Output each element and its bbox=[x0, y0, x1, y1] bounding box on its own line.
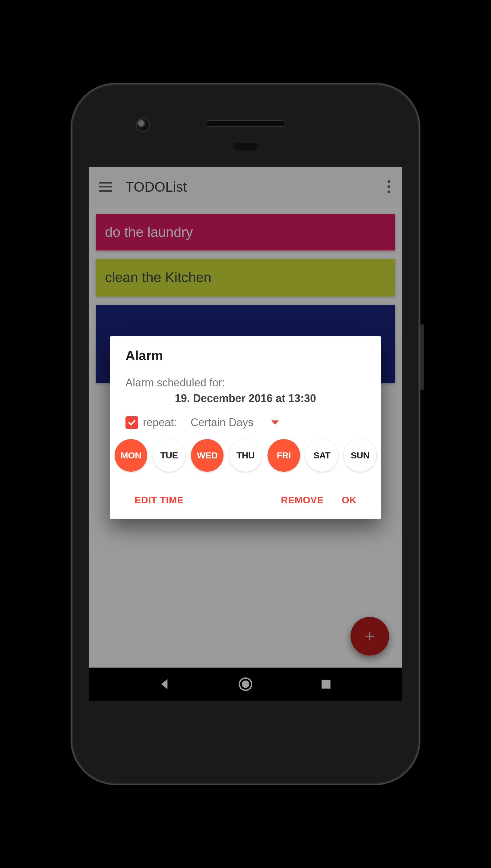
remove-button[interactable]: REMOVE bbox=[272, 489, 333, 512]
dropdown-arrow-icon bbox=[271, 421, 279, 425]
day-toggle-sun[interactable]: SUN bbox=[344, 439, 376, 472]
proximity-sensor bbox=[233, 143, 258, 150]
front-camera bbox=[137, 119, 149, 131]
device-screen: TODOList do the laundry clean the Kitche… bbox=[89, 167, 402, 701]
dialog-title: Alarm bbox=[125, 348, 366, 363]
dialog-actions: EDIT TIME REMOVE OK bbox=[110, 489, 381, 512]
day-toggle-tue[interactable]: TUE bbox=[153, 439, 185, 472]
repeat-row: repeat: Certain Days bbox=[125, 416, 366, 429]
scheduled-for-label: Alarm scheduled for: bbox=[125, 376, 366, 389]
scheduled-datetime: 19. December 2016 at 13:30 bbox=[125, 392, 366, 405]
day-toggle-thu[interactable]: THU bbox=[229, 439, 262, 472]
earpiece-speaker bbox=[206, 121, 285, 126]
dialog-scrim[interactable]: Alarm Alarm scheduled for: 19. December … bbox=[89, 167, 402, 701]
day-toggle-mon[interactable]: MON bbox=[115, 439, 147, 472]
day-toggle-wed[interactable]: WED bbox=[191, 439, 224, 472]
phone-frame: TODOList do the laundry clean the Kitche… bbox=[70, 83, 421, 785]
day-toggle-sat[interactable]: SAT bbox=[306, 439, 338, 472]
day-toggle-fri[interactable]: FRI bbox=[267, 439, 300, 472]
checkmark-icon bbox=[127, 418, 136, 427]
repeat-mode-value: Certain Days bbox=[191, 416, 253, 429]
edit-time-button[interactable]: EDIT TIME bbox=[125, 489, 193, 512]
ok-button[interactable]: OK bbox=[333, 489, 366, 512]
alarm-dialog: Alarm Alarm scheduled for: 19. December … bbox=[110, 336, 381, 519]
phone-top-bezel bbox=[70, 83, 421, 164]
repeat-label: repeat: bbox=[143, 416, 177, 429]
day-selector: MONTUEWEDTHUFRISATSUN bbox=[110, 439, 381, 472]
repeat-checkbox[interactable] bbox=[125, 416, 138, 429]
repeat-mode-dropdown[interactable]: Certain Days bbox=[191, 416, 279, 429]
